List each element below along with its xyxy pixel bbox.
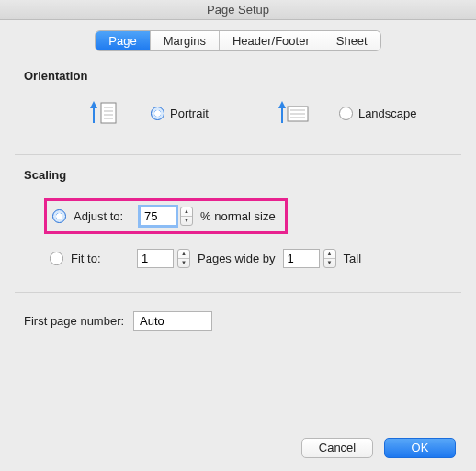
divider (15, 154, 461, 155)
adjust-input[interactable] (140, 207, 176, 226)
svg-rect-2 (101, 103, 116, 123)
svg-marker-1 (90, 101, 97, 108)
fit-label: Fit to: (71, 252, 130, 265)
fit-tall-label: Tall (344, 252, 362, 265)
landscape-label: Landscape (358, 107, 417, 120)
tab-bar: Page Margins Header/Footer Sheet (15, 31, 461, 50)
scaling-heading: Scaling (24, 168, 461, 182)
ok-button[interactable]: OK (384, 438, 456, 458)
first-page-label: First page number: (24, 314, 124, 328)
svg-marker-8 (278, 101, 286, 108)
adjust-radio[interactable] (52, 209, 66, 223)
landscape-radio[interactable] (339, 107, 353, 120)
orientation-heading: Orientation (24, 69, 461, 83)
adjust-suffix: % normal size (200, 209, 276, 223)
fit-wide-stepper[interactable]: ▲▼ (177, 249, 190, 268)
adjust-label: Adjust to: (74, 209, 132, 223)
tab-sheet[interactable]: Sheet (323, 31, 380, 50)
tab-margins[interactable]: Margins (151, 31, 220, 50)
cancel-button[interactable]: Cancel (301, 438, 373, 458)
portrait-icon (88, 99, 123, 127)
adjust-stepper[interactable]: ▲▼ (180, 207, 193, 226)
fit-mid-label: Pages wide by (198, 252, 276, 265)
adjust-highlight: Adjust to: ▲▼ % normal size (44, 198, 288, 234)
divider-2 (15, 292, 461, 293)
first-page-input[interactable] (133, 311, 212, 331)
tab-header-footer[interactable]: Header/Footer (220, 31, 323, 50)
fit-wide-input[interactable] (137, 249, 174, 268)
fit-tall-input[interactable] (283, 249, 320, 268)
tab-page[interactable]: Page (96, 31, 150, 50)
landscape-icon (277, 99, 312, 127)
fit-tall-stepper[interactable]: ▲▼ (323, 249, 336, 268)
window-title: Page Setup (0, 0, 476, 20)
portrait-radio[interactable] (151, 107, 164, 120)
fit-radio[interactable] (50, 252, 63, 265)
portrait-label: Portrait (170, 107, 209, 120)
